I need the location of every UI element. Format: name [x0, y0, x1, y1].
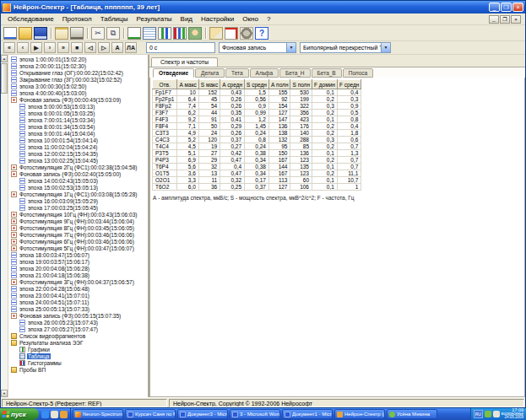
band-tab[interactable]: Полоса — [343, 68, 374, 78]
tree-item[interactable]: Закрывание глаз (ЗГ):00:00:32(15:02:52) — [8, 76, 148, 83]
tree-item[interactable]: эпоха 1:00:00:01(15:02:20) — [8, 56, 148, 62]
menu-item[interactable]: Настройки — [197, 15, 238, 23]
tree-item[interactable]: эпоха 24:00:04:51(15:07:11) — [8, 299, 148, 305]
internet-explorer-icon[interactable] — [41, 411, 49, 418]
sep-3[interactable] — [123, 28, 124, 39]
tree-item[interactable]: эпоха 26:00:05:23(15:07:43) — [8, 319, 148, 326]
tree-item[interactable]: эпоха 13:00:02:25(15:04:45) — [8, 157, 148, 164]
tree-item[interactable]: Фоновая запись (ФЗ):00:02:40(15:05:00) — [8, 170, 148, 177]
tree-item[interactable]: эпоха 23:00:04:41(15:07:01) — [8, 292, 148, 299]
menu-item[interactable]: Результаты — [132, 15, 176, 23]
chevron-down-icon[interactable]: ▼ — [381, 43, 390, 52]
mdi-restore-button[interactable]: ❐ — [500, 15, 510, 24]
tree-item[interactable]: Гистограммы — [8, 359, 148, 366]
column-header[interactable]: S полн — [290, 80, 312, 89]
ruler-icon[interactable] — [209, 27, 223, 40]
tree-item[interactable]: Фотостимуляция 7Гц (ФН):00:03:46(15:06:0… — [8, 231, 148, 238]
column-header[interactable]: Отв. — [153, 80, 177, 89]
cut-icon[interactable]: ✂ — [91, 27, 105, 40]
tree-item[interactable]: эпоха 10:00:01:54(15:04:14) — [8, 137, 148, 143]
tab-spectrum-frequencies[interactable]: Спектр и частоты — [151, 57, 218, 67]
scroll-up-icon[interactable]: ▲ — [1, 55, 8, 62]
menu-item[interactable]: Протокол — [58, 15, 96, 23]
tree-item[interactable]: эпоха 19:00:03:57(15:06:17) — [8, 258, 148, 265]
start-button[interactable]: пуск — [0, 408, 39, 420]
copy-icon[interactable]: ⧉ — [106, 27, 120, 40]
sep-1[interactable] — [51, 28, 52, 39]
task-document3[interactable]: Документ3 - Micros... — [177, 409, 228, 419]
tree-item[interactable]: эпоха 12:00:02:15(15:04:35) — [8, 150, 148, 157]
table-row[interactable]: F8F4 7,1 50 0,29 1,45 136 176 0,2 0,4 — [153, 123, 361, 130]
media-player-icon[interactable] — [60, 411, 68, 418]
tree-item[interactable]: Открывание глаз (ОГ):00:00:22(15:02:42) — [8, 69, 148, 76]
epoch-forward-button[interactable]: ▷ — [98, 42, 110, 53]
mdi-close-button[interactable]: × — [511, 15, 521, 24]
record-select[interactable]: Фоновая запись ▼ — [219, 42, 296, 53]
la-button[interactable]: ЛА — [125, 42, 137, 53]
new-exam-icon[interactable] — [3, 27, 17, 40]
tree-item[interactable]: Пробы ВП — [8, 366, 148, 373]
tray-icon-messenger[interactable] — [485, 411, 491, 417]
task-kursach[interactable]: Курсач Саня по Мо... — [125, 409, 176, 419]
column-header[interactable]: А средн — [220, 80, 245, 89]
task-contact[interactable]: Усёна Мекина — [387, 409, 437, 419]
go-start-button[interactable]: « — [3, 42, 15, 53]
tree-item[interactable]: эпоха 22:00:04:28(15:06:48) — [8, 285, 148, 292]
tree-item[interactable]: эпоха 9:00:01:44(15:04:04) — [8, 130, 148, 137]
graphs-view-icon[interactable] — [158, 27, 171, 40]
tree-item[interactable]: эпоха 5:00:00:53(15:03:13) — [8, 103, 148, 110]
table-row[interactable]: F8Fp2 7,4 54 0,26 0,9 154 322 0,3 0,9 — [153, 103, 361, 110]
brain-map-icon[interactable] — [188, 27, 202, 40]
task-neuron-spektr-help[interactable]: Нейрон-Спектр (рук... — [334, 409, 385, 419]
tree-item[interactable]: Графики — [8, 346, 148, 353]
tree-item[interactable]: Результаты анализа ЭЭГ — [8, 339, 148, 346]
time-position-field[interactable]: 0 с — [146, 42, 215, 53]
table-row[interactable]: O1T5 3,6 13 0,47 0,34 167 123 0,2 11,1 — [153, 170, 361, 177]
epoch-back-button[interactable]: ◁ — [84, 42, 96, 53]
mdi-minimize-button[interactable]: _ — [489, 15, 499, 24]
tree-item[interactable]: Фоновая запись (ФЗ):00:00:49(15:03:09) — [8, 96, 148, 103]
table-view-icon[interactable] — [143, 27, 156, 40]
table-row[interactable]: F3F7 6,2 44 0,35 0,99 127 356 0,2 0,5 — [153, 110, 361, 116]
tree-item[interactable]: эпоха 18:00:03:47(15:06:07) — [8, 251, 148, 258]
table-row[interactable]: F4F3 9,2 91 0,41 1,2 147 423 0,1 0,8 — [153, 116, 361, 123]
tree-item[interactable]: эпоха 15:00:02:53(15:05:13) — [8, 184, 148, 191]
stop-button[interactable]: ■ — [71, 42, 83, 53]
column-header[interactable]: F домин — [312, 80, 338, 89]
eeg-trace-icon[interactable] — [127, 27, 141, 40]
tree-item[interactable]: Фотостимуляция 10Гц (ФН):00:03:43(15:06:… — [8, 211, 148, 218]
column-header[interactable]: F средн — [337, 80, 361, 89]
tree-item[interactable]: Фотостимуляция 8Гц (ФН):00:03:45(15:06:0… — [8, 224, 148, 231]
tree-item[interactable]: эпоха 3:00:00:30(15:02:50) — [8, 83, 148, 89]
histogram-view-icon[interactable] — [173, 27, 187, 40]
tree-item[interactable]: эпоха 20:00:04:08(15:06:28) — [8, 265, 148, 272]
save-icon[interactable] — [34, 27, 47, 40]
table-row[interactable]: Fp1F7 10 152 0,43 1,5 155 530 0,1 0,4 — [153, 89, 361, 96]
step-forward-button[interactable]: › — [44, 42, 56, 53]
tree-item[interactable]: эпоха 16:00:03:09(15:05:29) — [8, 197, 148, 204]
band-tab[interactable]: Бета_В — [312, 68, 342, 78]
tree-item[interactable]: Фотостимуляция 9Гц (ФН):00:03:44(15:06:0… — [8, 218, 148, 224]
tree-item[interactable]: Фотостимуляция 2Гц (ФС1):00:02:38(15:04:… — [8, 164, 148, 170]
language-indicator[interactable]: RU — [474, 410, 483, 418]
close-button[interactable]: × — [512, 3, 523, 12]
menu-item[interactable]: Окно — [238, 15, 263, 23]
minimize-button[interactable]: _ — [489, 3, 500, 12]
clock[interactable]: 17:09 воскресенье 24.05.2009 — [502, 408, 523, 420]
task-neuron-spectrum[interactable]: Neuron-Spectrum — [73, 409, 123, 419]
column-header[interactable]: А макс — [177, 80, 198, 89]
maximize-button[interactable]: ❐ — [501, 3, 512, 12]
scroll-thumb[interactable] — [1, 63, 8, 94]
open-exam-icon[interactable] — [19, 27, 32, 40]
play-button[interactable]: ▶ — [30, 42, 42, 53]
tree-item[interactable]: эпоха 8:00:01:34(15:03:54) — [8, 123, 148, 130]
tree-item[interactable]: эпоха 14:00:02:43(15:05:03) — [8, 177, 148, 184]
band-tab[interactable]: Альфа — [250, 68, 279, 78]
band-tab[interactable]: Дельта — [195, 68, 225, 78]
scroll-down-icon[interactable]: ▼ — [1, 390, 8, 397]
sep-2[interactable] — [87, 28, 88, 39]
tree-item[interactable]: эпоха 27:00:05:27(15:07:47) — [8, 326, 148, 332]
tree-item[interactable]: эпоха 17:00:03:25(15:05:45) — [8, 204, 148, 211]
table-row[interactable]: T4C4 4,5 19 0,27 0,24 95 85 0,2 0,7 — [153, 143, 361, 150]
settings-icon[interactable] — [240, 27, 253, 40]
